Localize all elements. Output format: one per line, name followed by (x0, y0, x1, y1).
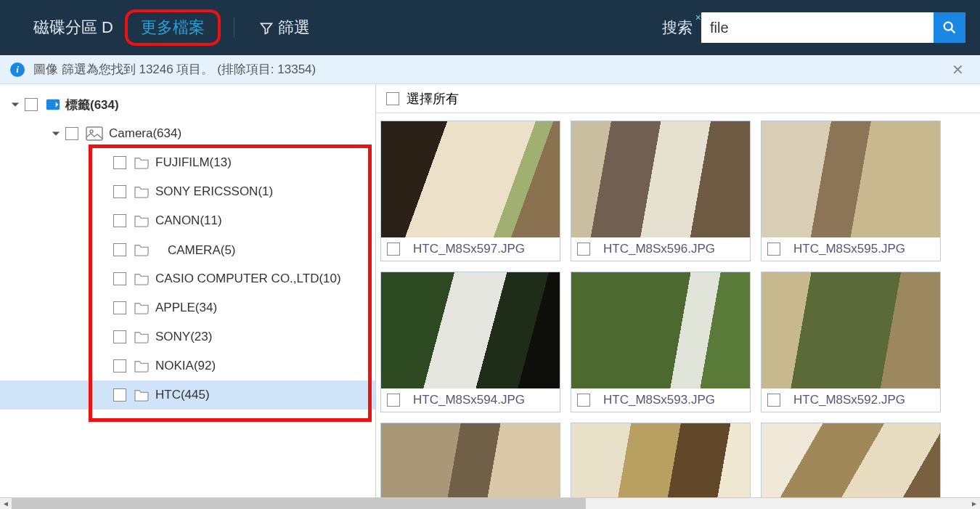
checkbox[interactable] (113, 359, 126, 372)
nav-separator (234, 17, 234, 38)
thumbnail[interactable] (381, 423, 560, 497)
file-name: HTC_M8Sx593.JPG (603, 393, 715, 407)
folder-icon (134, 388, 150, 402)
content-pane: 選擇所有 HTC_M8Sx597.JPGHTC_M8Sx596.JPGHTC_M… (376, 84, 980, 497)
tree-label: HTC(445) (155, 388, 210, 402)
thumbnail[interactable] (761, 423, 940, 497)
info-bar: i 圖像 篩選為您找到 13246 項目。 (排除項目: 13354) ✕ (0, 55, 980, 84)
file-name: HTC_M8Sx597.JPG (413, 242, 525, 256)
checkbox[interactable] (113, 388, 126, 402)
file-card[interactable]: HTC_M8Sx597.JPG (380, 121, 560, 261)
tree-label: Camera(634) (109, 126, 181, 141)
folder-tree: 標籤(634) Camera(634) FUJIFILM(13)SONY ERI… (0, 84, 375, 415)
tree-item[interactable]: FUJIFILM(13) (0, 148, 375, 177)
thumbnail[interactable] (761, 272, 940, 388)
photo-icon (86, 126, 103, 141)
tree-item[interactable]: APPLE(34) (0, 293, 375, 322)
folder-icon (134, 330, 150, 343)
tree-label: CASIO COMPUTER CO.,LTD(10) (155, 272, 341, 286)
scroll-left-arrow[interactable]: ◄ (0, 498, 12, 510)
file-name: HTC_M8Sx595.JPG (793, 242, 905, 256)
horizontal-scrollbar[interactable]: ◄ ► (0, 497, 980, 509)
tree-label: CAMERA(5) (155, 242, 236, 258)
tree-item[interactable]: SONY ERICSSON(1) (0, 177, 375, 206)
info-close-button[interactable]: ✕ (946, 58, 970, 81)
search-box (701, 12, 965, 43)
file-card[interactable]: HTC_M8Sx595.JPG (761, 121, 941, 261)
file-name: HTC_M8Sx592.JPG (793, 393, 905, 407)
checkbox[interactable] (577, 394, 590, 407)
thumbnail[interactable] (761, 121, 940, 237)
tree-label: SONY(23) (155, 330, 212, 344)
file-card[interactable] (761, 423, 941, 497)
search-button[interactable] (934, 12, 965, 43)
checkbox[interactable] (65, 127, 78, 140)
svg-rect-3 (86, 127, 102, 140)
search-clear-icon[interactable]: × (695, 12, 701, 23)
file-card[interactable] (380, 423, 560, 497)
checkbox[interactable] (577, 243, 590, 256)
thumbnail[interactable] (571, 423, 750, 497)
file-name: HTC_M8Sx596.JPG (603, 242, 715, 256)
svg-point-0 (944, 23, 952, 30)
checkbox[interactable] (113, 330, 126, 343)
select-all-checkbox[interactable] (386, 92, 399, 105)
thumbnail[interactable] (571, 272, 750, 388)
tree-item[interactable]: CASIO COMPUTER CO.,LTD(10) (0, 264, 375, 293)
tree-root-tags[interactable]: 標籤(634) (0, 90, 375, 119)
nav-disk[interactable]: 磁碟分區 D (22, 11, 125, 44)
card-footer: HTC_M8Sx594.JPG (381, 388, 560, 412)
tree-item-camera[interactable]: Camera(634) (0, 119, 375, 148)
chevron-down-icon[interactable] (51, 129, 61, 139)
card-footer: HTC_M8Sx592.JPG (761, 388, 940, 412)
search-label: 搜索 × (662, 17, 693, 38)
tree-item[interactable]: NOKIA(92) (0, 351, 375, 380)
select-all-label: 選擇所有 (407, 90, 459, 107)
checkbox[interactable] (767, 394, 780, 407)
file-card[interactable]: HTC_M8Sx596.JPG (571, 121, 751, 261)
card-footer: HTC_M8Sx597.JPG (381, 237, 560, 261)
thumbnail[interactable] (381, 121, 560, 237)
tree-item[interactable]: CAMERA(5) (0, 235, 375, 264)
scroll-right-arrow[interactable]: ► (968, 498, 980, 510)
folder-icon (134, 301, 150, 314)
folder-icon (134, 359, 150, 372)
nav-more-files[interactable]: 更多檔案 (125, 9, 221, 46)
nav-filter[interactable]: 篩選 (248, 11, 322, 44)
card-footer: HTC_M8Sx595.JPG (761, 237, 940, 261)
scroll-thumb[interactable] (12, 498, 586, 509)
nav-filter-label: 篩選 (278, 18, 310, 36)
sidebar: 標籤(634) Camera(634) FUJIFILM(13)SONY ERI… (0, 84, 376, 497)
tree-item[interactable]: SONY(23) (0, 322, 375, 351)
checkbox[interactable] (387, 394, 400, 407)
folder-icon (134, 272, 150, 285)
funnel-icon (259, 21, 274, 36)
file-card[interactable]: HTC_M8Sx592.JPG (761, 272, 941, 412)
checkbox[interactable] (113, 214, 126, 227)
thumbnail[interactable] (381, 272, 560, 388)
checkbox[interactable] (113, 301, 126, 314)
top-navbar: 磁碟分區 D 更多檔案 篩選 搜索 × (0, 0, 980, 55)
tree-item[interactable]: HTC(445) (0, 380, 375, 410)
tree-label: NOKIA(92) (155, 359, 216, 373)
file-card[interactable] (571, 423, 751, 497)
tree-item[interactable]: CANON(11) (0, 206, 375, 235)
checkbox[interactable] (25, 98, 38, 111)
chevron-down-icon[interactable] (10, 99, 20, 110)
checkbox[interactable] (113, 185, 126, 198)
checkbox[interactable] (113, 156, 126, 169)
folder-icon (134, 156, 150, 169)
thumbnail-grid: HTC_M8Sx597.JPGHTC_M8Sx596.JPGHTC_M8Sx59… (376, 113, 980, 497)
search-input[interactable] (701, 12, 934, 43)
checkbox[interactable] (113, 272, 126, 285)
content-header: 選擇所有 (376, 84, 980, 113)
thumbnail[interactable] (571, 121, 750, 237)
file-card[interactable]: HTC_M8Sx594.JPG (380, 272, 560, 412)
checkbox[interactable] (387, 243, 400, 256)
tree-label: APPLE(34) (155, 301, 217, 315)
file-card[interactable]: HTC_M8Sx593.JPG (571, 272, 751, 412)
checkbox[interactable] (767, 243, 780, 256)
tag-icon (45, 97, 61, 113)
card-footer: HTC_M8Sx596.JPG (571, 237, 750, 261)
checkbox[interactable] (113, 243, 126, 256)
